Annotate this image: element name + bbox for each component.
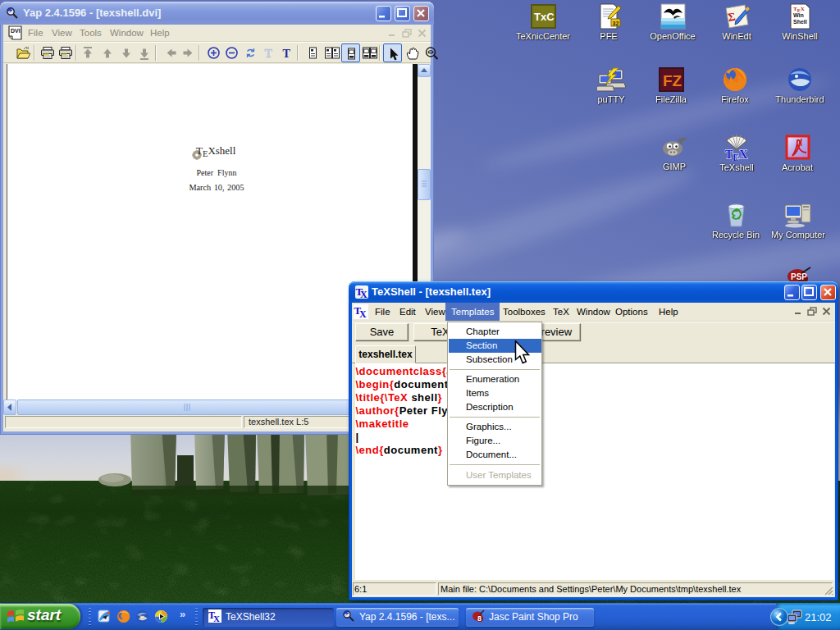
svg-text:Shell: Shell (793, 19, 807, 25)
svg-text:Win: Win (793, 12, 804, 18)
svg-text:X: X (359, 308, 367, 319)
svg-text:PSP: PSP (791, 272, 807, 281)
svg-text:FZ: FZ (663, 72, 682, 89)
svg-text:8: 8 (477, 614, 482, 623)
svg-text:T: T (265, 48, 273, 60)
svg-text:TxC: TxC (534, 11, 555, 23)
svg-text:DVI: DVI (11, 28, 21, 34)
svg-text:X: X (213, 614, 220, 623)
svg-text:X: X (360, 289, 368, 299)
svg-text:TEX: TEX (725, 148, 747, 161)
svg-text:T: T (283, 48, 291, 60)
svg-text:32: 32 (612, 21, 619, 26)
